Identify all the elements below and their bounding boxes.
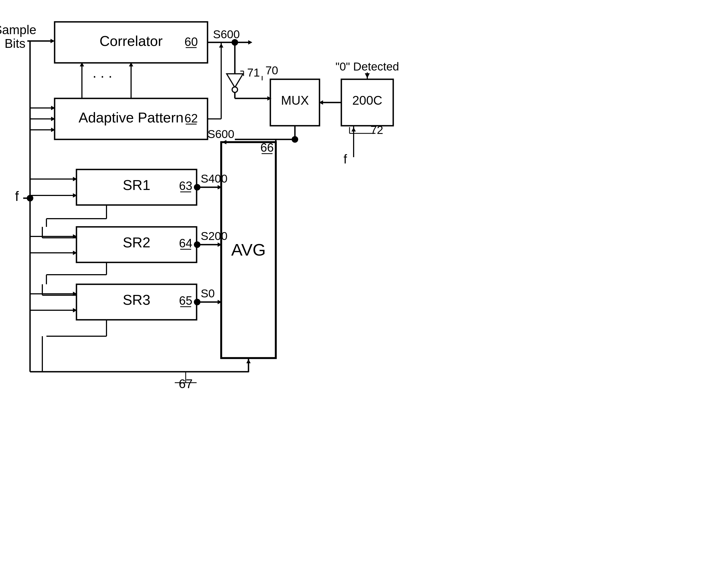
correlator-label: Correlator <box>99 33 163 49</box>
sr2-ref: 64 <box>179 237 192 250</box>
svg-point-27 <box>232 87 237 92</box>
sr3-label: SR3 <box>123 292 150 308</box>
svg-point-62 <box>27 195 33 201</box>
circuit-diagram: Correlator 60 Adaptive Pattern 62 SR1 63… <box>0 0 728 574</box>
sr3-ref: 65 <box>179 294 192 307</box>
sr1-label: SR1 <box>123 177 150 193</box>
ref-71: 71 <box>247 66 260 79</box>
200c-label: 200C <box>352 93 382 108</box>
adaptive-pattern-ref: 62 <box>185 112 198 125</box>
f-label: f <box>15 189 19 204</box>
f-label2: f <box>344 152 347 166</box>
sr2-label: SR2 <box>123 235 150 250</box>
s600-out-label: S600 <box>213 28 240 41</box>
correlator-ref: 60 <box>185 35 198 48</box>
s200-label: S200 <box>201 230 227 242</box>
s600-avg-label: S600 <box>208 128 234 140</box>
s400-label: S400 <box>201 172 227 185</box>
sample-bits-label: Sample <box>0 23 36 37</box>
ref-70: 70 <box>265 64 278 77</box>
dots-between: · · · <box>93 68 112 84</box>
adaptive-pattern-label: Adaptive Pattern <box>79 110 183 125</box>
s0-label: S0 <box>201 287 215 300</box>
svg-point-68 <box>194 241 200 248</box>
svg-point-71 <box>194 299 200 305</box>
avg-label: AVG <box>231 240 266 259</box>
sample-bits-label2: Bits <box>5 36 26 50</box>
zero-detected-label: "0" Detected <box>335 60 399 73</box>
svg-point-40 <box>292 136 298 143</box>
mux-label: MUX <box>281 93 309 108</box>
sr1-ref: 63 <box>179 179 192 193</box>
svg-point-65 <box>194 184 200 191</box>
ref-72: 72 <box>371 124 383 136</box>
